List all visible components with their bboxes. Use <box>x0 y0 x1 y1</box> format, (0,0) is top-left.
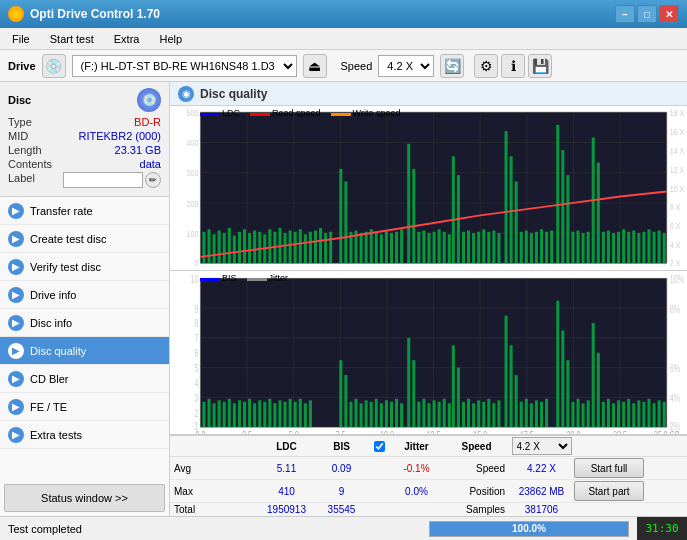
svg-rect-76 <box>505 131 508 263</box>
menu-extra[interactable]: Extra <box>106 31 148 47</box>
svg-rect-205 <box>561 330 564 427</box>
status-bar: Test completed 100.0% 31:30 <box>0 516 687 540</box>
svg-rect-19 <box>208 229 211 263</box>
create-test-icon: ▶ <box>8 231 24 247</box>
svg-rect-213 <box>602 401 605 426</box>
sidebar-item-extra-tests[interactable]: ▶ Extra tests <box>0 421 169 449</box>
svg-rect-107 <box>663 233 666 263</box>
svg-text:15.0: 15.0 <box>473 429 487 434</box>
svg-rect-43 <box>329 232 332 263</box>
svg-rect-55 <box>395 232 398 263</box>
svg-rect-56 <box>400 229 403 263</box>
svg-rect-199 <box>525 398 528 426</box>
svg-rect-149 <box>243 401 246 426</box>
close-button[interactable]: ✕ <box>659 5 679 23</box>
svg-rect-40 <box>314 231 317 264</box>
menu-start-test[interactable]: Start test <box>42 31 102 47</box>
status-text: Test completed <box>0 523 429 535</box>
svg-rect-212 <box>597 352 600 426</box>
svg-rect-144 <box>218 400 221 427</box>
svg-rect-194 <box>497 400 500 427</box>
eject-icon[interactable]: ⏏ <box>303 54 327 78</box>
svg-text:16 X: 16 X <box>670 127 685 137</box>
svg-rect-191 <box>482 401 485 426</box>
svg-rect-22 <box>223 233 226 263</box>
svg-rect-77 <box>510 156 513 263</box>
status-window-button[interactable]: Status window >> <box>4 484 165 512</box>
drive-info-icon: ▶ <box>8 287 24 303</box>
avg-bis: 0.09 <box>314 463 369 474</box>
disc-type-value: BD-R <box>134 116 161 128</box>
drive-select[interactable]: (F:) HL-DT-ST BD-RE WH16NS48 1.D3 <box>72 55 297 77</box>
svg-text:12 X: 12 X <box>670 165 685 175</box>
svg-rect-80 <box>525 231 528 264</box>
label-edit-icon[interactable]: ✏ <box>145 172 161 188</box>
disc-mid-value: RITEKBR2 (000) <box>78 130 161 142</box>
sidebar-item-cd-bler[interactable]: ▶ CD Bler <box>0 365 169 393</box>
sidebar-item-create-test-disc[interactable]: ▶ Create test disc <box>0 225 169 253</box>
svg-rect-48 <box>360 233 363 263</box>
speed-select-container[interactable]: 4.2 X <box>509 437 574 455</box>
svg-rect-179 <box>422 398 425 426</box>
speed-label: Speed <box>341 60 373 72</box>
max-jitter: 0.0% <box>389 486 444 497</box>
svg-rect-51 <box>375 232 378 263</box>
sidebar-item-fe-te[interactable]: ▶ FE / TE <box>0 393 169 421</box>
lower-chart-legend: BIS Jitter <box>200 273 288 283</box>
svg-rect-29 <box>258 232 261 263</box>
svg-rect-201 <box>535 400 538 427</box>
legend-write-speed: Write speed <box>353 108 401 118</box>
sidebar-item-transfer-rate[interactable]: ▶ Transfer rate <box>0 197 169 225</box>
save-icon[interactable]: 💾 <box>528 54 552 78</box>
svg-rect-86 <box>556 125 559 263</box>
legend-ldc: LDC <box>222 108 240 118</box>
sidebar-item-disc-quality[interactable]: ▶ Disc quality <box>0 337 169 365</box>
menu-file[interactable]: File <box>4 31 38 47</box>
svg-rect-192 <box>487 398 490 426</box>
avg-jitter: -0.1% <box>389 463 444 474</box>
title-bar: Opti Drive Control 1.70 − □ ✕ <box>0 0 687 28</box>
maximize-button[interactable]: □ <box>637 5 657 23</box>
sidebar-item-drive-info[interactable]: ▶ Drive info <box>0 281 169 309</box>
svg-rect-222 <box>647 398 650 426</box>
disc-type-row: Type BD-R <box>8 116 161 128</box>
refresh-icon[interactable]: 🔄 <box>440 54 464 78</box>
svg-rect-221 <box>642 401 645 426</box>
svg-rect-65 <box>448 234 451 263</box>
transfer-rate-icon: ▶ <box>8 203 24 219</box>
speed-select-stats[interactable]: 4.2 X <box>512 437 572 455</box>
svg-rect-27 <box>248 233 251 263</box>
svg-rect-151 <box>253 403 256 427</box>
legend-bis: BIS <box>222 273 237 283</box>
max-label: Max <box>174 486 259 497</box>
app-icon <box>8 6 24 22</box>
start-part-button[interactable]: Start part <box>574 481 644 501</box>
info-icon[interactable]: ℹ <box>501 54 525 78</box>
menu-help[interactable]: Help <box>151 31 190 47</box>
start-full-button[interactable]: Start full <box>574 458 644 478</box>
speed-select[interactable]: 4.2 X <box>378 55 434 77</box>
settings-icon[interactable]: ⚙ <box>474 54 498 78</box>
progress-text: 100.0% <box>430 522 628 536</box>
upper-chart-legend: LDC Read speed Write speed <box>200 108 400 118</box>
svg-rect-81 <box>530 233 533 263</box>
svg-text:6: 6 <box>194 347 198 359</box>
svg-text:9: 9 <box>194 303 198 315</box>
svg-rect-37 <box>299 229 302 263</box>
svg-rect-54 <box>390 233 393 263</box>
lower-chart-svg: 10 9 8 7 6 5 4 3 2 1 10% 8% 6% 4% 2% <box>170 271 687 435</box>
svg-rect-83 <box>540 229 543 263</box>
disc-length-value: 23.31 GB <box>115 144 161 156</box>
svg-rect-159 <box>294 401 297 426</box>
svg-rect-224 <box>658 400 661 427</box>
sidebar-item-disc-info[interactable]: ▶ Disc info <box>0 309 169 337</box>
jitter-checkbox[interactable] <box>374 441 385 452</box>
menu-bar: File Start test Extra Help <box>0 28 687 50</box>
col-speed: Speed <box>444 441 509 452</box>
svg-rect-143 <box>213 403 216 427</box>
minimize-button[interactable]: − <box>615 5 635 23</box>
svg-rect-64 <box>443 232 446 263</box>
disc-label-input[interactable] <box>63 172 143 188</box>
svg-text:200: 200 <box>187 199 199 209</box>
sidebar-item-verify-test-disc[interactable]: ▶ Verify test disc <box>0 253 169 281</box>
